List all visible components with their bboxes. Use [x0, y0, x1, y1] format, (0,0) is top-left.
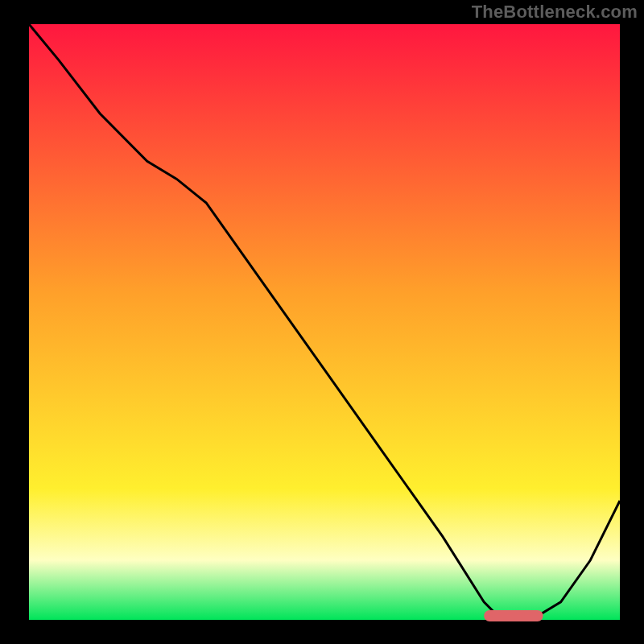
bottleneck-plot	[0, 0, 644, 644]
chart-container: TheBottleneck.com	[0, 0, 644, 644]
plot-background	[29, 24, 620, 620]
watermark-text: TheBottleneck.com	[472, 2, 638, 23]
optimum-marker	[484, 610, 543, 621]
